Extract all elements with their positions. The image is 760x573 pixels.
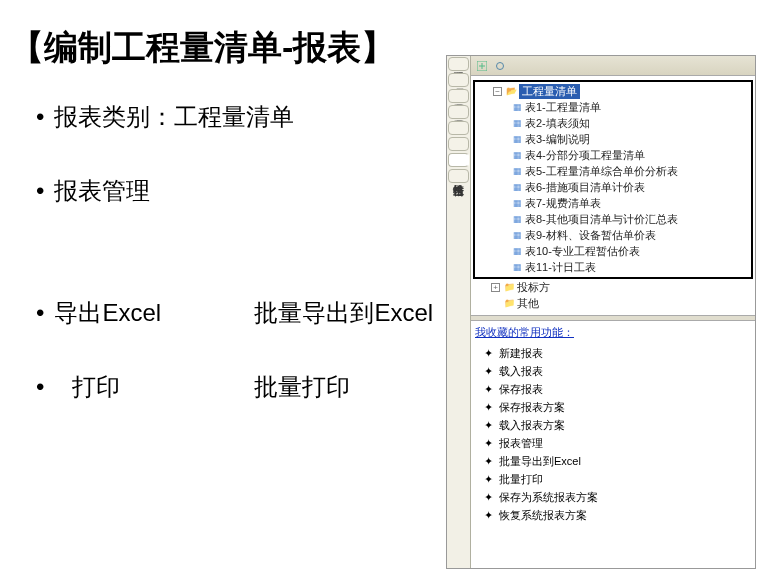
load-scheme-icon: ✦ — [481, 418, 495, 432]
tree-item[interactable]: ▦表5-工程量清单综合单价分析表 — [475, 163, 749, 179]
fav-save-report[interactable]: ✦保存报表 — [475, 380, 751, 398]
vtab-resource[interactable]: 人材机汇总 — [448, 121, 469, 135]
vtab-other[interactable]: 其他项目 — [448, 105, 469, 119]
tree-item[interactable]: ▦表11-计日工表 — [475, 259, 749, 275]
restore-icon: ✦ — [481, 508, 495, 522]
refresh-icon[interactable] — [493, 59, 507, 73]
folder-icon: 📁 — [503, 297, 515, 309]
right-pane: − 📂 工程量清单 ▦表1-工程量清单 ▦表2-填表须知 ▦表3-编制说明 ▦表… — [471, 56, 755, 568]
sheet-icon: ▦ — [511, 245, 523, 257]
excel-icon: ✦ — [481, 454, 495, 468]
vertical-tabs: 工程概况 分部分项 措施项目 其他项目 人材机汇总 费用汇总 报表 符合性检查结… — [447, 56, 471, 568]
sheet-icon: ▦ — [511, 261, 523, 273]
print-icon: ✦ — [481, 472, 495, 486]
save-sys-icon: ✦ — [481, 490, 495, 504]
manage-icon: ✦ — [481, 436, 495, 450]
tree-sibling[interactable]: + 📁 投标方 — [473, 279, 753, 295]
sheet-icon: ▦ — [511, 117, 523, 129]
tree-sibling[interactable]: 📁 其他 — [473, 295, 753, 311]
save-scheme-icon: ✦ — [481, 400, 495, 414]
open-icon: ✦ — [481, 364, 495, 378]
collapse-icon[interactable]: − — [493, 87, 502, 96]
tree-item[interactable]: ▦表10-专业工程暂估价表 — [475, 243, 749, 259]
vtab-compliance[interactable]: 符合性检查结果 — [448, 169, 469, 183]
tree-item[interactable]: ▦表4-分部分项工程量清单 — [475, 147, 749, 163]
folder-icon: 📁 — [503, 281, 515, 293]
fav-load-scheme[interactable]: ✦载入报表方案 — [475, 416, 751, 434]
tree-root-label: 工程量清单 — [519, 84, 580, 99]
app-panel: 工程概况 分部分项 措施项目 其他项目 人材机汇总 费用汇总 报表 符合性检查结… — [446, 55, 756, 569]
sheet-icon: ▦ — [511, 197, 523, 209]
tree-root[interactable]: − 📂 工程量清单 — [475, 83, 749, 99]
vtab-overview[interactable]: 工程概况 — [448, 57, 469, 71]
fav-new-report[interactable]: ✦新建报表 — [475, 344, 751, 362]
favorites-title: 我收藏的常用功能： — [475, 325, 751, 340]
save-icon: ✦ — [481, 382, 495, 396]
sheet-icon: ▦ — [511, 229, 523, 241]
vtab-fee[interactable]: 费用汇总 — [448, 137, 469, 151]
fav-save-scheme[interactable]: ✦保存报表方案 — [475, 398, 751, 416]
tree-item[interactable]: ▦表7-规费清单表 — [475, 195, 749, 211]
expand-icon[interactable] — [475, 59, 489, 73]
tree-highlight-box: − 📂 工程量清单 ▦表1-工程量清单 ▦表2-填表须知 ▦表3-编制说明 ▦表… — [473, 80, 753, 279]
fav-restore-sys-scheme[interactable]: ✦恢复系统报表方案 — [475, 506, 751, 524]
vtab-divisional[interactable]: 分部分项 — [448, 73, 469, 87]
report-tree: − 📂 工程量清单 ▦表1-工程量清单 ▦表2-填表须知 ▦表3-编制说明 ▦表… — [471, 76, 755, 315]
fav-batch-excel[interactable]: ✦批量导出到Excel — [475, 452, 751, 470]
folder-icon: 📂 — [505, 85, 517, 97]
tree-item[interactable]: ▦表2-填表须知 — [475, 115, 749, 131]
tree-item[interactable]: ▦表1-工程量清单 — [475, 99, 749, 115]
bullet-3b: 批量导出到Excel — [254, 299, 433, 326]
new-icon: ✦ — [481, 346, 495, 360]
fav-report-mgmt[interactable]: ✦报表管理 — [475, 434, 751, 452]
tree-toolbar — [471, 56, 755, 76]
bullet-1: 报表类别：工程量清单 — [54, 103, 294, 130]
sheet-icon: ▦ — [511, 101, 523, 113]
fav-batch-print[interactable]: ✦批量打印 — [475, 470, 751, 488]
bullet-2: 报表管理 — [54, 177, 150, 204]
favorites-panel: 我收藏的常用功能： ✦新建报表 ✦载入报表 ✦保存报表 ✦保存报表方案 ✦载入报… — [471, 321, 755, 568]
tree-item[interactable]: ▦表9-材料、设备暂估单价表 — [475, 227, 749, 243]
sheet-icon: ▦ — [511, 165, 523, 177]
sheet-icon: ▦ — [511, 181, 523, 193]
bullet-3a: 导出Excel — [54, 297, 254, 329]
tree-item[interactable]: ▦表6-措施项目清单计价表 — [475, 179, 749, 195]
fav-save-sys-scheme[interactable]: ✦保存为系统报表方案 — [475, 488, 751, 506]
bullet-4b: 批量打印 — [254, 373, 350, 400]
vtab-measures[interactable]: 措施项目 — [448, 89, 469, 103]
expand-icon[interactable]: + — [491, 283, 500, 292]
tree-item[interactable]: ▦表8-其他项目清单与计价汇总表 — [475, 211, 749, 227]
tree-item[interactable]: ▦表3-编制说明 — [475, 131, 749, 147]
sheet-icon: ▦ — [511, 213, 523, 225]
sheet-icon: ▦ — [511, 133, 523, 145]
bullet-4a: 打印 — [54, 371, 254, 403]
sheet-icon: ▦ — [511, 149, 523, 161]
fav-load-report[interactable]: ✦载入报表 — [475, 362, 751, 380]
vtab-report[interactable]: 报表 — [448, 153, 469, 167]
svg-point-3 — [497, 62, 504, 69]
